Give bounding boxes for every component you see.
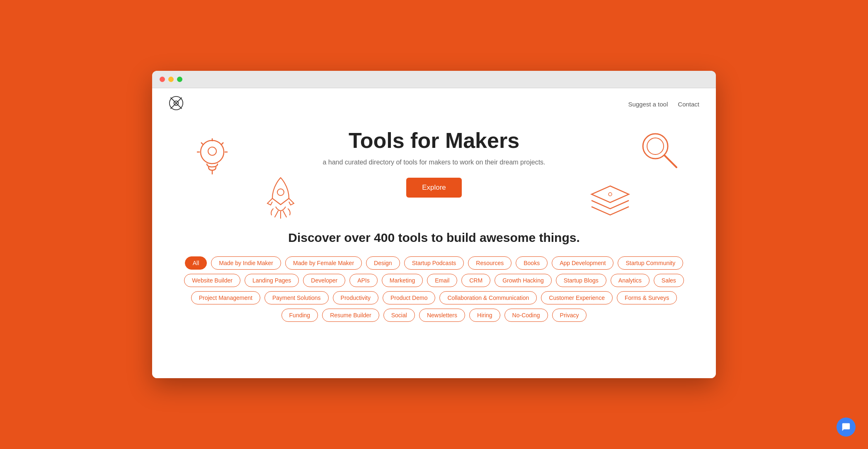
svg-point-17: [609, 193, 612, 196]
tag-app-development[interactable]: App Development: [552, 256, 613, 270]
tag-social[interactable]: Social: [383, 309, 415, 322]
tag-made-by-female-maker[interactable]: Made by Female Maker: [285, 256, 362, 270]
navigation: Suggest a tool Contact: [152, 88, 716, 120]
tag-hiring[interactable]: Hiring: [469, 309, 500, 322]
layers-icon: [587, 182, 633, 225]
tag-productivity[interactable]: Productivity: [333, 291, 378, 304]
tag-marketing[interactable]: Marketing: [382, 274, 423, 287]
tag-analytics[interactable]: Analytics: [611, 274, 650, 287]
minimize-dot[interactable]: [168, 77, 174, 82]
tag-funding[interactable]: Funding: [281, 309, 318, 322]
tag-forms-surveys[interactable]: Forms & Surveys: [617, 291, 677, 304]
tag-design[interactable]: Design: [366, 256, 400, 270]
site-logo[interactable]: [169, 96, 184, 112]
tag-website-builder[interactable]: Website Builder: [184, 274, 240, 287]
svg-point-4: [201, 140, 224, 164]
tag-startup-community[interactable]: Startup Community: [618, 256, 683, 270]
svg-point-13: [647, 138, 664, 154]
tag-sales[interactable]: Sales: [654, 274, 684, 287]
tag-no-coding[interactable]: No-Coding: [504, 309, 548, 322]
tag-made-by-indie-maker[interactable]: Made by Indie Maker: [211, 256, 281, 270]
browser-content: Suggest a tool Contact: [152, 88, 716, 378]
tag-all[interactable]: All: [185, 256, 207, 270]
browser-window: Suggest a tool Contact: [152, 71, 716, 378]
svg-line-14: [664, 155, 676, 167]
close-dot[interactable]: [160, 77, 165, 82]
tag-crm[interactable]: CRM: [461, 274, 490, 287]
tag-product-demo[interactable]: Product Demo: [383, 291, 435, 304]
magnifier-icon: [637, 128, 683, 175]
discover-title: Discover over 400 tools to build awesome…: [177, 231, 691, 245]
chat-bubble-button[interactable]: [836, 418, 856, 437]
tag-landing-pages[interactable]: Landing Pages: [245, 274, 299, 287]
svg-point-6: [208, 147, 216, 155]
tag-resume-builder[interactable]: Resume Builder: [322, 309, 379, 322]
discover-section: Discover over 400 tools to build awesome…: [152, 214, 716, 334]
tag-books[interactable]: Books: [516, 256, 548, 270]
explore-button[interactable]: Explore: [406, 178, 462, 198]
hero-title: Tools for Makers: [169, 128, 699, 153]
maximize-dot[interactable]: [177, 77, 182, 82]
tag-startup-podcasts[interactable]: Startup Podcasts: [404, 256, 464, 270]
browser-chrome: [152, 71, 716, 88]
tag-customer-experience[interactable]: Customer Experience: [541, 291, 613, 304]
suggest-tool-link[interactable]: Suggest a tool: [628, 101, 668, 108]
hero-section: Tools for Makers a hand curated director…: [152, 120, 716, 214]
rocket-icon: [260, 174, 301, 221]
tag-project-management[interactable]: Project Management: [191, 291, 260, 304]
svg-line-9: [221, 142, 223, 145]
tag-newsletters[interactable]: Newsletters: [419, 309, 465, 322]
tag-resources[interactable]: Resources: [468, 256, 512, 270]
tags-container: AllMade by Indie MakerMade by Female Mak…: [177, 256, 691, 322]
tag-payment-solutions[interactable]: Payment Solutions: [264, 291, 329, 304]
tag-developer[interactable]: Developer: [303, 274, 345, 287]
svg-line-8: [201, 142, 203, 145]
tag-collaboration-communication[interactable]: Collaboration & Communication: [439, 291, 537, 304]
nav-links: Suggest a tool Contact: [628, 101, 699, 108]
tag-startup-blogs[interactable]: Startup Blogs: [556, 274, 606, 287]
tag-privacy[interactable]: Privacy: [552, 309, 587, 322]
contact-link[interactable]: Contact: [678, 101, 699, 108]
tag-apis[interactable]: APIs: [349, 274, 378, 287]
tag-email[interactable]: Email: [427, 274, 457, 287]
svg-marker-16: [592, 186, 629, 203]
tag-growth-hacking[interactable]: Growth Hacking: [495, 274, 552, 287]
svg-point-15: [277, 189, 284, 196]
bulb-icon: [194, 136, 231, 183]
hero-subtitle: a hand curated directory of tools for ma…: [169, 159, 699, 166]
